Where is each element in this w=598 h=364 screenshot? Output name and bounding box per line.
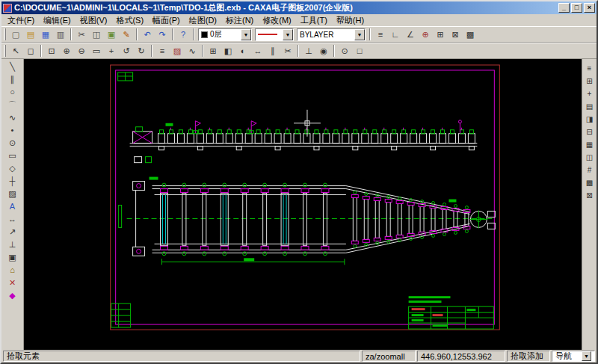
window-pick-icon[interactable]: ◻	[23, 44, 38, 58]
zoom-dynamic-icon[interactable]: ⊙	[337, 44, 352, 58]
menu-item-8[interactable]: 工具(T)	[296, 14, 332, 27]
menu-item-7[interactable]: 修改(M)	[258, 14, 296, 27]
ellipse-tool-icon[interactable]: ⊙	[4, 137, 21, 149]
spline-tool-icon[interactable]: ∿	[4, 111, 21, 124]
dynamic-input-icon[interactable]: ⊠	[448, 28, 463, 41]
erase-tool-icon[interactable]: ✕	[4, 277, 21, 289]
parallel-line-tool-icon[interactable]: ∥	[4, 73, 21, 86]
menu-item-1[interactable]: 编辑(E)	[39, 14, 75, 27]
print-icon[interactable]: ▥	[53, 28, 68, 41]
pattern-panel-icon[interactable]: ▩	[583, 176, 597, 189]
redo-icon[interactable]: ↷	[155, 28, 170, 41]
zoom-in-icon[interactable]: ⊕	[59, 44, 74, 58]
query-tool-icon[interactable]: ◉	[316, 44, 331, 58]
columns-panel-icon[interactable]: ◫	[583, 151, 597, 164]
pick-mode-toggle[interactable]: 拾取添加	[507, 351, 550, 362]
mirror-tool-icon[interactable]: ◧	[221, 44, 235, 58]
menu-item-5[interactable]: 绘图(D)	[185, 14, 221, 27]
polygon-tool-icon[interactable]: ◇	[4, 162, 21, 175]
menu-item-4[interactable]: 幅面(P)	[148, 14, 185, 27]
menu-item-3[interactable]: 格式(S)	[111, 14, 148, 27]
datum-tool-icon[interactable]: ⊥	[4, 238, 21, 251]
modify-tool-icon[interactable]: ◆	[4, 289, 21, 302]
zoom-window-icon[interactable]: ⊡	[44, 44, 59, 58]
minimize-button[interactable]: _	[558, 3, 570, 13]
toolbar-separator	[333, 45, 335, 57]
toolbar-grip[interactable]	[4, 45, 6, 57]
pan-view-icon[interactable]: +	[104, 44, 119, 58]
trim-tool-icon[interactable]: ✂	[280, 44, 295, 58]
grid-toggle-icon[interactable]: ⊞	[433, 28, 448, 41]
grid-panel-icon[interactable]: ▦	[583, 138, 597, 151]
measure-tool-icon[interactable]: ⊥	[301, 44, 316, 58]
layer-manager-icon[interactable]: ≡	[155, 44, 170, 58]
new-file-icon[interactable]: ▢	[8, 28, 23, 41]
arc-tool-icon[interactable]: ⌒	[4, 99, 21, 111]
open-folder-icon[interactable]: ▤	[23, 28, 38, 41]
offset-tool-icon[interactable]: ∥	[265, 44, 280, 58]
view-manager-icon[interactable]: ⊞	[583, 75, 597, 87]
full-screen-icon[interactable]: □	[352, 44, 367, 58]
split-view-icon[interactable]: ◨	[583, 113, 597, 126]
toolbar-separator	[202, 45, 203, 57]
layer-combo[interactable]: 0层 ▼	[198, 28, 252, 41]
render-mode-icon[interactable]: ▩	[463, 28, 478, 41]
chevron-down-icon[interactable]: ▼	[283, 29, 293, 40]
linetype-combo[interactable]: BYLAYER ▼	[297, 28, 366, 41]
menu-item-2[interactable]: 视图(V)	[75, 14, 112, 27]
copy-icon[interactable]: ◫	[89, 28, 104, 41]
menu-item-0[interactable]: 文件(F)	[3, 14, 39, 27]
close-panel-icon[interactable]: ⊠	[583, 189, 597, 202]
linetype-manager-icon[interactable]: ∿	[185, 44, 200, 58]
library-tool-icon[interactable]: ⌂	[4, 264, 21, 277]
save-file-icon[interactable]: ▦	[38, 28, 53, 41]
properties-panel-icon[interactable]: ≡	[583, 62, 597, 75]
layers-panel-icon[interactable]: ▤	[583, 100, 597, 113]
circle-tool-icon[interactable]: ○	[4, 86, 21, 99]
color-picker-icon[interactable]: ▨	[170, 44, 185, 58]
color-combo[interactable]: ▼	[255, 28, 294, 41]
drawing-canvas[interactable]	[24, 59, 582, 350]
sheet-inner-border	[116, 70, 495, 324]
select-arrow-icon[interactable]: ↖	[8, 44, 23, 58]
line-width-toggle-icon[interactable]: ≡	[373, 28, 388, 41]
drawing-tools-toolbar: ╲∥○⌒∿•⊙▭◇┼▨A↔↗⊥▣⌂✕◆	[1, 59, 24, 350]
cut-icon[interactable]: ✂	[74, 28, 89, 41]
dimension-tool-icon[interactable]: ↔	[4, 213, 21, 226]
zoom-all-icon[interactable]: ▭	[89, 44, 104, 58]
cad-drawing[interactable]	[24, 59, 582, 350]
zoom-out-icon[interactable]: ⊖	[74, 44, 89, 58]
format-brush-icon[interactable]: ✎	[119, 28, 134, 41]
text-tool-icon[interactable]: A	[4, 200, 21, 213]
coordinate-panel-icon[interactable]: +	[583, 87, 597, 100]
rectangle-tool-icon[interactable]: ▭	[4, 149, 21, 162]
object-snap-icon[interactable]: ⊕	[418, 28, 433, 41]
chevron-down-icon[interactable]: ▼	[241, 29, 251, 40]
nav-combo[interactable]: 导航 ▼	[552, 351, 595, 362]
redraw-view-icon[interactable]: ↻	[134, 44, 149, 58]
maximize-button[interactable]: □	[571, 3, 582, 13]
menu-item-6[interactable]: 标注(N)	[221, 14, 258, 27]
collapse-panel-icon[interactable]: ⊟	[583, 126, 597, 138]
move-tool-icon[interactable]: ↔	[250, 44, 265, 58]
paste-icon[interactable]: ▣	[104, 28, 119, 41]
ortho-mode-icon[interactable]: ∟	[388, 28, 403, 41]
snap-panel-icon[interactable]: #	[583, 164, 597, 176]
array-tool-icon[interactable]: ⊞	[206, 44, 221, 58]
hatch-tool-icon[interactable]: ▨	[4, 188, 21, 200]
rotate-tool-icon[interactable]: ◐	[235, 44, 250, 58]
toolbar-grip[interactable]	[4, 28, 6, 40]
line-tool-icon[interactable]: ╲	[4, 61, 21, 73]
centerline-tool-icon[interactable]: ┼	[4, 175, 21, 188]
menu-item-9[interactable]: 帮助(H)	[332, 14, 369, 27]
chevron-down-icon[interactable]: ▼	[354, 29, 365, 40]
undo-icon[interactable]: ↶	[140, 28, 155, 41]
leader-tool-icon[interactable]: ↗	[4, 226, 21, 238]
chevron-down-icon[interactable]: ▼	[582, 351, 591, 361]
point-tool-icon[interactable]: •	[4, 124, 21, 137]
polar-track-icon[interactable]: ∠	[403, 28, 418, 41]
previous-view-icon[interactable]: ↺	[119, 44, 134, 58]
close-button[interactable]: ×	[584, 3, 595, 13]
block-tool-icon[interactable]: ▣	[4, 251, 21, 264]
help-icon[interactable]: ?	[176, 28, 191, 41]
